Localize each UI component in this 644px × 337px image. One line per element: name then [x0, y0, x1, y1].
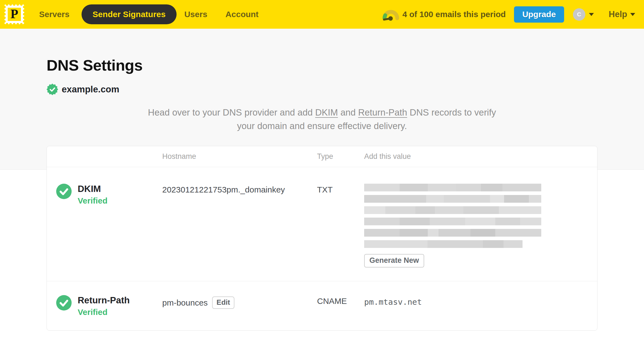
record-name: DKIM: [78, 184, 107, 194]
return-path-hostname: pm-bounces: [162, 298, 208, 307]
table-row-return-path: Return-Path Verified pm-bounces Edit CNA…: [47, 281, 597, 330]
domain-name: example.com: [62, 84, 119, 95]
chevron-down-icon: [630, 13, 635, 16]
generate-new-button[interactable]: Generate New: [364, 254, 424, 268]
navbar-right-cluster: 4 of 100 emails this period Upgrade C He…: [382, 6, 635, 23]
nav-item-account[interactable]: Account: [226, 10, 259, 19]
record-type: TXT: [317, 184, 364, 194]
usage-gauge-icon: [382, 7, 399, 21]
record-label-cell: Return-Path Verified: [47, 295, 162, 317]
help-label: Help: [609, 9, 627, 19]
dns-instructions: Head over to your DNS provider and add D…: [147, 106, 497, 133]
header-type: Type: [317, 152, 364, 161]
check-circle-icon: [56, 295, 72, 311]
check-circle-icon: [56, 184, 72, 199]
hostname-cell: 20230121221753pm._domainkey: [162, 184, 317, 194]
verified-domain-row: example.com: [47, 84, 597, 95]
cname-value: pm.mtasv.net: [364, 295, 597, 307]
table-row-dkim: DKIM Verified 20230121221753pm._domainke…: [47, 167, 597, 281]
header-hostname: Hostname: [162, 152, 317, 161]
usage-counter-text: 4 of 100 emails this period: [402, 10, 506, 19]
hostname-cell: pm-bounces Edit: [162, 295, 317, 309]
status-badge: Verified: [78, 196, 107, 205]
record-name: Return-Path: [78, 295, 130, 306]
status-badge: Verified: [78, 307, 130, 317]
dkim-link[interactable]: DKIM: [315, 107, 338, 117]
record-type: CNAME: [317, 295, 364, 306]
avatar-initial: C: [577, 11, 581, 18]
page-title: DNS Settings: [47, 29, 597, 74]
nav-item-servers[interactable]: Servers: [39, 10, 69, 19]
redacted-line: [364, 206, 541, 214]
dns-records-card: Hostname Type Add this value DKIM Verifi…: [47, 146, 597, 331]
instructions-text: Head over to your DNS provider and add: [148, 107, 315, 117]
nav-item-users[interactable]: Users: [184, 10, 207, 19]
table-header-row: Hostname Type Add this value: [47, 146, 597, 167]
redacted-line: [364, 195, 541, 203]
top-navbar: P Servers Sender Signatures Users Accoun…: [0, 0, 644, 29]
dkim-hostname: 20230121221753pm._domainkey: [162, 185, 285, 194]
record-label-cell: DKIM Verified: [47, 184, 162, 205]
account-menu[interactable]: C: [573, 8, 594, 21]
redacted-line: [364, 218, 541, 225]
avatar: C: [573, 8, 585, 21]
header-add-this-value: Add this value: [364, 152, 597, 161]
postmark-logo[interactable]: P: [4, 4, 24, 24]
nav-item-sender-signatures-active[interactable]: Sender Signatures: [82, 4, 177, 24]
chevron-down-icon: [589, 13, 594, 16]
value-cell: Generate New: [364, 184, 597, 268]
redacted-line: [364, 240, 523, 248]
return-path-link[interactable]: Return-Path: [358, 107, 407, 117]
help-menu[interactable]: Help: [609, 9, 635, 19]
edit-button[interactable]: Edit: [212, 296, 234, 309]
upgrade-button[interactable]: Upgrade: [514, 6, 564, 23]
main-content: DNS Settings example.com Head over to yo…: [0, 29, 644, 337]
postmark-logo-letter: P: [8, 8, 21, 21]
redacted-line: [364, 184, 541, 191]
redacted-dkim-value: [364, 184, 597, 248]
verified-seal-icon: [47, 84, 58, 95]
redacted-line: [364, 229, 541, 237]
instructions-text: and: [338, 107, 358, 117]
